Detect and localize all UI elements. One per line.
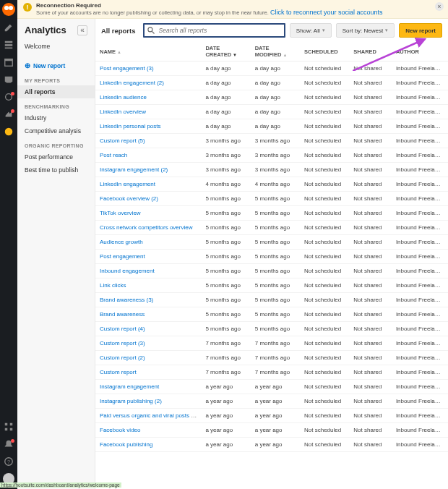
report-link[interactable]: Inbound engagement: [100, 268, 155, 274]
table-row[interactable]: Custom report (2)7 months ago7 months ag…: [95, 351, 448, 365]
analytics-icon[interactable]: [3, 126, 14, 137]
table-row[interactable]: LinkedIn engagement4 months ago4 months …: [95, 177, 448, 192]
cell-name: Link clicks: [95, 278, 201, 293]
report-link[interactable]: Facebook publishing: [100, 441, 152, 448]
cell-scheduled: Not scheduled: [300, 264, 349, 278]
col-date-created[interactable]: DATE CREATED▼: [201, 42, 250, 61]
cell-name: Brand awareness (3): [95, 293, 201, 307]
table-row[interactable]: LinkedIn personal postsa day agoa day ag…: [95, 119, 448, 134]
collapse-sidebar-button[interactable]: «: [77, 25, 87, 35]
table-row[interactable]: LinkedIn audiencea day agoa day agoNot s…: [95, 90, 448, 105]
report-link[interactable]: Cross network competitors overview: [100, 224, 192, 231]
report-link[interactable]: Custom report: [100, 369, 137, 375]
table-row[interactable]: Cross network competitors overview5 mont…: [95, 221, 448, 235]
table-row[interactable]: Custom report7 months ago7 months agoNot…: [95, 365, 448, 380]
app-logo[interactable]: [2, 3, 15, 16]
close-icon[interactable]: ×: [435, 2, 444, 11]
table-row[interactable]: Custom report (3)7 months ago7 months ag…: [95, 336, 448, 351]
table-row[interactable]: Custom report (5)3 months ago3 months ag…: [95, 134, 448, 148]
table-row[interactable]: Brand awareness5 months ago5 months agoN…: [95, 307, 448, 322]
table-row[interactable]: Link clicks5 months ago5 months agoNot s…: [95, 278, 448, 293]
cell-scheduled: Not scheduled: [300, 394, 349, 409]
report-link[interactable]: LinkedIn overview: [100, 109, 146, 115]
reconnection-banner: ! Reconnection Required Some of your acc…: [17, 0, 448, 19]
report-link[interactable]: Paid versus organic and viral posts (2): [100, 412, 198, 419]
table-row[interactable]: Custom report (4)5 months ago5 months ag…: [95, 322, 448, 336]
cell-date-created: a day ago: [201, 76, 250, 90]
report-link[interactable]: TikTok overview: [100, 210, 141, 216]
cell-author: Inbound Freelance O…: [392, 221, 448, 235]
sidebar-item-post-performance[interactable]: Post performance: [17, 150, 95, 163]
report-link[interactable]: Post engagement (3): [100, 65, 154, 72]
report-link[interactable]: Instagram publishing (2): [100, 398, 162, 404]
report-link[interactable]: Facebook video: [100, 427, 140, 433]
col-shared[interactable]: SHARED: [349, 42, 392, 61]
col-scheduled[interactable]: SCHEDULED: [300, 42, 349, 61]
cell-date-modified: 3 months ago: [251, 163, 300, 177]
cell-date-modified: a day ago: [251, 90, 300, 105]
sidebar-new-report[interactable]: New report: [17, 59, 95, 72]
report-link[interactable]: Instagram engagement (2): [100, 166, 168, 173]
table-row[interactable]: Post engagement5 months ago5 months agoN…: [95, 250, 448, 264]
sidebar-item-all-reports[interactable]: All reports: [17, 85, 95, 98]
col-author[interactable]: AUTHOR: [392, 42, 448, 61]
cell-scheduled: Not scheduled: [300, 351, 349, 365]
new-report-button[interactable]: New report: [399, 23, 442, 38]
streams-icon[interactable]: [3, 39, 14, 51]
calendar-icon[interactable]: [3, 56, 14, 68]
table-row[interactable]: Post reach3 months ago3 months agoNot sc…: [95, 148, 448, 163]
table-row[interactable]: TikTok overview5 months ago5 months agoN…: [95, 206, 448, 221]
notifications-icon[interactable]: [3, 438, 14, 450]
publisher-icon[interactable]: [3, 91, 14, 103]
report-link[interactable]: Facebook overview (2): [100, 195, 158, 202]
report-link[interactable]: Custom report (2): [100, 354, 145, 361]
sidebar-item-best-time[interactable]: Best time to publish: [17, 163, 95, 177]
report-link[interactable]: LinkedIn personal posts: [100, 123, 161, 129]
table-row[interactable]: Inbound engagement5 months ago5 months a…: [95, 264, 448, 278]
report-link[interactable]: Post engagement: [100, 253, 145, 260]
table-row[interactable]: Facebook publishinga year agoa year agoN…: [95, 438, 448, 452]
cell-date-modified: 5 months ago: [251, 206, 300, 221]
report-link[interactable]: Custom report (5): [100, 137, 145, 144]
report-link[interactable]: Post reach: [100, 152, 127, 158]
table-row[interactable]: Facebook overview (2)5 months ago5 month…: [95, 192, 448, 206]
show-filter-button[interactable]: Show: All▾: [290, 23, 332, 38]
help-icon[interactable]: ?: [3, 456, 14, 467]
report-link[interactable]: Custom report (3): [100, 340, 145, 346]
ads-icon[interactable]: [3, 109, 14, 120]
sidebar-item-competitive[interactable]: Competitive analysis: [17, 124, 95, 137]
col-name[interactable]: NAME▲: [95, 42, 201, 61]
table-row[interactable]: LinkedIn overviewa day agoa day agoNot s…: [95, 105, 448, 119]
table-row[interactable]: Post engagement (3)a day agoa day agoNot…: [95, 61, 448, 76]
svg-rect-7: [5, 423, 8, 426]
cell-date-modified: 5 months ago: [251, 293, 300, 307]
sort-button[interactable]: Sort by: Newest▾: [336, 23, 395, 38]
report-link[interactable]: Brand awareness (3): [100, 297, 153, 303]
inbox-icon[interactable]: [3, 74, 14, 85]
sidebar-item-welcome[interactable]: Welcome: [17, 40, 95, 53]
report-link[interactable]: Custom report (4): [100, 326, 145, 332]
report-link[interactable]: LinkedIn engagement (2): [100, 80, 164, 86]
report-link[interactable]: Brand awareness: [100, 311, 145, 318]
table-row[interactable]: Instagram engagementa year agoa year ago…: [95, 380, 448, 394]
table-row[interactable]: Brand awareness (3)5 months ago5 months …: [95, 293, 448, 307]
table-row[interactable]: LinkedIn engagement (2)a day agoa day ag…: [95, 76, 448, 90]
banner-link[interactable]: Click to reconnect your social accounts: [270, 9, 383, 16]
report-link[interactable]: LinkedIn engagement: [100, 181, 155, 187]
apps-icon[interactable]: [3, 421, 14, 433]
report-link[interactable]: Audience growth: [100, 239, 143, 245]
search-input[interactable]: [143, 23, 285, 38]
reports-table-scroll[interactable]: NAME▲ DATE CREATED▼ DATE MODIFIED▲ SCHED…: [95, 42, 448, 489]
report-link[interactable]: Link clicks: [100, 282, 126, 289]
table-row[interactable]: Instagram publishing (2)a year agoa year…: [95, 394, 448, 409]
compose-icon[interactable]: [3, 22, 14, 33]
sidebar-item-industry[interactable]: Industry: [17, 111, 95, 124]
cell-scheduled: Not scheduled: [300, 365, 349, 380]
report-link[interactable]: LinkedIn audience: [100, 94, 147, 101]
table-row[interactable]: Audience growth5 months ago5 months agoN…: [95, 235, 448, 250]
table-row[interactable]: Paid versus organic and viral posts (2)a…: [95, 409, 448, 423]
report-link[interactable]: Instagram engagement: [100, 383, 159, 390]
col-date-modified[interactable]: DATE MODIFIED▲: [251, 42, 300, 61]
table-row[interactable]: Facebook videoa year agoa year agoNot sc…: [95, 423, 448, 438]
table-row[interactable]: Instagram engagement (2)3 months ago3 mo…: [95, 163, 448, 177]
